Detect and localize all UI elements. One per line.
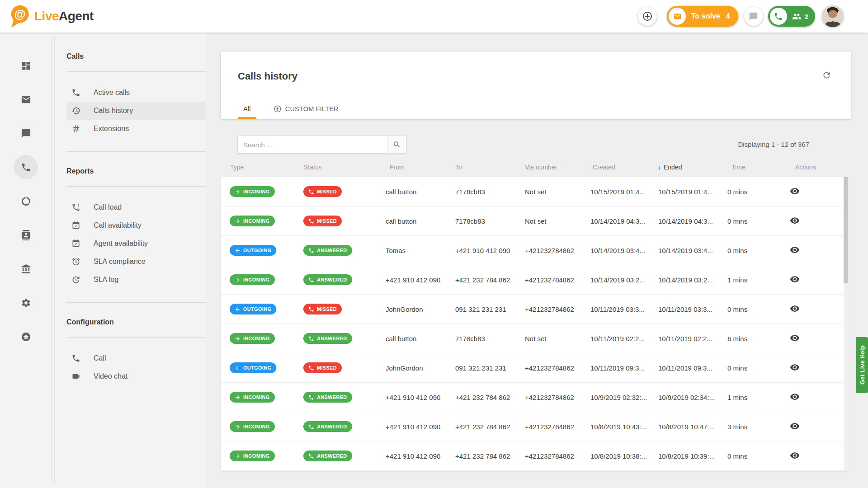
scrollbar-thumb[interactable] [844, 177, 848, 283]
view-call-button[interactable] [789, 391, 801, 403]
tab-custom-filter[interactable]: CUSTOM FILTER [268, 99, 344, 119]
cell-actions [789, 274, 801, 286]
get-live-help-tab[interactable]: Get Live Help [856, 337, 868, 393]
calls-online-button[interactable]: 2 [768, 6, 815, 27]
table-row[interactable]: OUTGOINGMISSEDJohnGordon091 321 231 231+… [221, 295, 848, 324]
status-badge-answered: ANSWERED [303, 333, 352, 344]
sidebar-item-agent-availability[interactable]: Agent availability [66, 235, 206, 253]
cell-created: 10/14/2019 04:3... [590, 217, 645, 225]
rail-item-mail[interactable] [9, 83, 43, 117]
view-call-button[interactable] [789, 333, 801, 344]
cell-ended: 10/11/2019 09:3... [658, 364, 712, 372]
cell-via: +421232784862 [525, 305, 574, 313]
view-call-button[interactable] [789, 450, 801, 462]
view-call-button[interactable] [789, 421, 801, 432]
cell-via: Not set [525, 188, 547, 196]
sidebar-item-video-chat[interactable]: Video chat [66, 367, 206, 385]
add-new-button[interactable] [638, 7, 657, 26]
calls-circle [770, 8, 787, 25]
table-scrollbar[interactable] [844, 177, 848, 471]
cell-created: 10/14/2019 03:2... [590, 276, 645, 284]
table-row[interactable]: OUTGOINGANSWEREDTomas+421 910 412 090+42… [221, 236, 848, 265]
sidebar-item-sla-log[interactable]: SLA log [66, 271, 206, 289]
table-row[interactable]: INCOMINGMISSEDcall button7178cb83Not set… [221, 206, 848, 236]
sidebar-item-sla-compliance[interactable]: SLA compliance [66, 253, 206, 271]
cell-status: ANSWERED [303, 245, 352, 256]
table-row[interactable]: INCOMINGANSWERED+421 910 412 090+421 232… [221, 265, 848, 295]
column-label: From [390, 164, 405, 171]
to-solve-button[interactable]: To solve 4 [667, 6, 738, 27]
sidebar-item-extensions[interactable]: Extensions [66, 120, 206, 138]
cell-via: Not set [525, 217, 547, 225]
phone-icon [71, 88, 80, 97]
phone-icon [71, 354, 80, 363]
cell-type: INCOMING [230, 421, 275, 432]
cell-via: +421232784862 [525, 247, 574, 254]
chats-button[interactable] [744, 7, 763, 26]
rail-item-ring[interactable] [9, 184, 43, 218]
rail-item-gear[interactable] [9, 286, 43, 320]
column-header-ended[interactable]: ↓Ended [658, 164, 682, 178]
cell-type: OUTGOING [230, 245, 276, 256]
to-solve-label: To solve [691, 12, 720, 20]
view-call-button[interactable] [789, 274, 801, 286]
star-icon [21, 332, 31, 342]
logo-bubble-icon: @ [7, 4, 32, 29]
tab-all[interactable]: All [238, 99, 256, 119]
cell-status: MISSED [303, 186, 342, 197]
sidebar-menu: CallsActive callsCalls historyExtensions… [66, 33, 206, 385]
phone-icon [308, 336, 314, 342]
view-call-button[interactable] [789, 244, 801, 256]
cell-time: 1 mins [727, 394, 747, 401]
column-header-actions[interactable]: Actions [795, 164, 816, 171]
refresh-button[interactable] [818, 68, 835, 84]
column-header-time[interactable]: Time [731, 164, 745, 171]
search-button[interactable] [387, 136, 406, 154]
rail-item-chat[interactable] [9, 117, 43, 150]
column-header-created[interactable]: Created [593, 164, 615, 171]
table-row[interactable]: INCOMINGANSWEREDcall button7178cb83Not s… [221, 324, 848, 353]
sidebar-item-active-calls[interactable]: Active calls [66, 84, 206, 102]
view-call-button[interactable] [789, 215, 801, 227]
cell-to: 091 321 231 231 [455, 364, 506, 372]
view-call-button[interactable] [789, 303, 801, 315]
rail-item-dashboard[interactable] [9, 49, 43, 83]
cell-from: +421 910 412 090 [386, 452, 440, 460]
table-row[interactable]: INCOMINGMISSEDcall button7178cb83Not set… [221, 177, 848, 206]
column-header-via[interactable]: Via number [525, 164, 557, 171]
search-input[interactable] [237, 136, 387, 154]
user-avatar[interactable] [822, 5, 844, 27]
rail-item-contacts[interactable] [9, 218, 43, 252]
sidebar-item-call-availability[interactable]: Call availability [66, 216, 206, 235]
view-call-button[interactable] [789, 186, 801, 197]
svg-text:@: @ [14, 8, 26, 20]
table-row[interactable]: OUTGOINGMISSEDJohnGordon091 321 231 231+… [221, 353, 848, 383]
sidebar-item-call-load[interactable]: Call load [66, 198, 206, 216]
rail-item-bank[interactable] [9, 252, 43, 286]
cell-time: 0 mins [727, 305, 747, 313]
cell-from: +421 910 412 090 [386, 276, 440, 284]
column-header-type[interactable]: Type [230, 164, 244, 171]
to-solve-circle [669, 8, 686, 25]
sidebar-item-calls-history[interactable]: Calls history [66, 102, 206, 120]
table-row[interactable]: INCOMINGANSWERED+421 910 412 090+421 232… [221, 412, 848, 441]
cell-to: +421 910 412 090 [455, 247, 510, 254]
cell-ended: 10/14/2019 04:3... [658, 217, 713, 225]
table-row[interactable]: INCOMINGANSWERED+421 910 412 090+421 232… [221, 383, 848, 412]
column-header-to[interactable]: To [455, 164, 462, 171]
column-header-from[interactable]: From [390, 164, 405, 171]
table-row[interactable]: INCOMINGANSWERED+421 910 412 090+421 232… [221, 441, 848, 471]
cell-actions [789, 391, 801, 403]
menu-items: Call loadCall availabilityAgent availabi… [66, 198, 206, 289]
cell-from: call button [386, 188, 416, 196]
view-call-button[interactable] [789, 362, 801, 374]
add-circle-icon [274, 105, 282, 113]
column-label: Status [304, 164, 322, 171]
rail-item-star[interactable] [9, 320, 43, 354]
sidebar-item-call[interactable]: Call [66, 349, 206, 367]
rail-item-phone[interactable] [9, 150, 43, 184]
cell-actions [789, 215, 801, 227]
column-header-status[interactable]: Status [304, 164, 322, 171]
cell-time: 0 mins [727, 452, 747, 460]
phone-alert-icon [71, 203, 80, 212]
